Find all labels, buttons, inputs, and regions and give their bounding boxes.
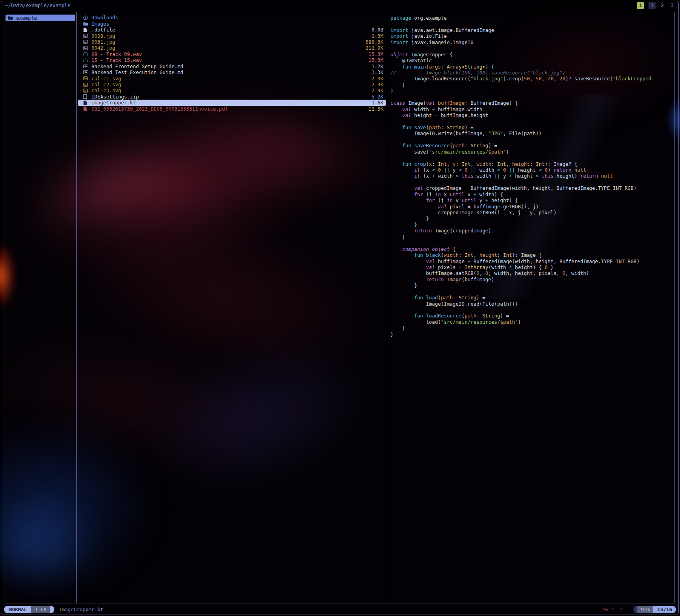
file-permissions: -rw-r--r-- <box>599 607 629 612</box>
image-icon <box>83 39 89 44</box>
image-icon <box>83 88 89 93</box>
file-row[interactable]: 0028.jpg1.3M <box>77 33 387 39</box>
mode-pill: NORMAL 1.6K <box>4 606 54 613</box>
file-name: SBI_0032013739_2023_DE05_0003155631Invoi… <box>91 106 365 112</box>
markdown-icon <box>83 64 89 69</box>
file-name: 0031.jpg <box>91 39 362 45</box>
code-line: class Image(val buffImage: BufferedImage… <box>390 100 674 106</box>
file-size: 0.0B <box>372 27 383 33</box>
file-name: 0028.jpg <box>91 33 368 39</box>
code-line <box>390 94 674 100</box>
file-size: 1.3M <box>372 33 383 39</box>
task-count-badge: 1 <box>637 2 644 9</box>
code-line: fun crop(x: Int, y: Int, width: Int, hei… <box>390 161 674 167</box>
file-size: 15.3M <box>368 57 383 63</box>
code-line: save("src/main/resources/$path") <box>390 149 674 155</box>
code-line: fun saveResource(path: String) = <box>390 143 674 148</box>
code-line: croppedImage.setRGB(i - x, j - y, pixel) <box>390 210 674 215</box>
file-row[interactable]: 15 - Track 15.wav15.3M <box>77 57 387 63</box>
tab-2[interactable]: 2 <box>659 2 666 9</box>
parent-dir-item[interactable]: example <box>6 15 75 21</box>
file-size: 12.5K <box>368 106 383 112</box>
markdown-icon <box>83 70 89 74</box>
file-size: 1.6K <box>372 100 383 106</box>
code-line: } <box>390 282 674 288</box>
parent-directory-pane: example <box>4 12 77 603</box>
pill-cap <box>50 606 54 613</box>
file-name: Downloads <box>91 15 380 20</box>
code-line: Image(ImageIO.read(File(path))) <box>390 301 674 307</box>
code-line: } <box>390 234 674 240</box>
file-name: 15 - Track 15.wav <box>91 57 365 63</box>
pill-cap <box>634 606 637 613</box>
file-row[interactable]: ImageCropper.kt1.6K <box>78 100 386 106</box>
code-line <box>390 240 674 246</box>
file-row[interactable]: Images <box>77 20 387 26</box>
code-line: val buffImage = BufferedImage(width, hei… <box>390 258 674 264</box>
code-line: return Image(buffImage) <box>390 276 674 282</box>
code-line <box>390 118 674 124</box>
file-row[interactable]: 0031.jpg586.3K <box>77 39 387 45</box>
file-size: 1.3K <box>372 69 383 75</box>
code-line: val width = buffImage.width <box>390 106 674 112</box>
file-name: Images <box>91 21 380 27</box>
file-row[interactable]: SBI_0032013739_2023_DE05_0003155631Invoi… <box>77 106 387 112</box>
file-row[interactable]: cal-c2.svg2.9K <box>77 82 387 87</box>
file-name: cal-c3.svg <box>91 87 368 93</box>
file-name: IDEAsettings.zip <box>91 94 368 100</box>
file-size: 586.3K <box>366 39 383 45</box>
file-name: 09 - Track 09.wav <box>91 51 365 57</box>
file-row[interactable]: 0042.jpg212.9K <box>77 45 387 51</box>
pdf-icon <box>83 106 89 111</box>
file-row[interactable]: Backend_Frontend_Setup_Guide.md1.7K <box>77 63 387 69</box>
mode-badge: NORMAL <box>4 606 31 613</box>
code-line <box>390 289 674 295</box>
file-row[interactable]: 09 - Track 09.wav15.3M <box>77 51 387 57</box>
code-line: val pixels = IntArray(width * height) { … <box>390 264 674 270</box>
file-row[interactable]: .dotfile0.0B <box>77 27 387 33</box>
code-line: val croppedImage = BufferedImage(width, … <box>390 185 674 191</box>
code-line: if (x < 0 || y < 0 || width < 0 || heigh… <box>390 167 674 173</box>
file-row[interactable]: Backend_Test_Execution_Guide.md1.3K <box>77 69 387 75</box>
breadcrumb-path: ~/Data/example/example <box>5 2 71 8</box>
code-line: // Image.black(100, 100).saveResource("b… <box>390 70 674 76</box>
code-line: } <box>390 222 674 228</box>
code-line: import java.awt.image.BufferedImage <box>390 27 674 33</box>
position-pill: 93% 15/16 <box>634 606 676 613</box>
tab-bar: 1 123 <box>637 2 676 9</box>
code-line: companion object { <box>390 246 674 252</box>
file-name: .dotfile <box>91 27 368 33</box>
scroll-percent: 93% <box>637 606 654 613</box>
image-icon <box>83 76 89 81</box>
cursor-position: 15/16 <box>653 606 676 613</box>
code-line: package org.example <box>390 15 674 21</box>
code-line: buffImage.setRGB(0, 0, width, height, pi… <box>390 270 674 276</box>
tabs-group: 123 <box>648 2 676 9</box>
file-manager-panes: example DownloadsImages.dotfile0.0B0028.… <box>4 12 675 603</box>
code-preview-pane[interactable]: package org.example import java.awt.imag… <box>387 12 674 603</box>
file-row[interactable]: Downloads <box>77 15 387 20</box>
file-size: 212.9K <box>366 45 383 51</box>
code-line <box>390 179 674 185</box>
tab-1[interactable]: 1 <box>648 2 656 9</box>
code-line: return Image(croppedImage) <box>390 228 674 234</box>
file-row[interactable]: cal-c1.svg2.9K <box>77 75 387 81</box>
code-line: ImageIO.write(buffImage, "JPG", File(pat… <box>390 130 674 136</box>
file-icon <box>83 100 89 105</box>
selected-size-badge: 1.6K <box>31 606 50 613</box>
file-size: 2.9K <box>372 82 383 87</box>
code-line <box>390 45 674 51</box>
file-row[interactable]: cal-c3.svg2.9K <box>77 87 387 93</box>
headphones-icon <box>83 58 89 63</box>
code-line <box>390 21 674 27</box>
tab-3[interactable]: 3 <box>669 2 676 9</box>
image-icon <box>83 33 89 38</box>
code-line <box>390 155 674 161</box>
file-size: 1.7K <box>372 63 383 69</box>
file-row[interactable]: IDEAsettings.zip5.2K <box>77 94 387 100</box>
code-line: load("src/main/resources/$path") <box>390 319 674 325</box>
code-line: } <box>390 331 674 337</box>
code-line: import java.io.File <box>390 33 674 39</box>
code-line: fun load(path: String) = <box>390 295 674 301</box>
image-icon <box>83 82 89 87</box>
